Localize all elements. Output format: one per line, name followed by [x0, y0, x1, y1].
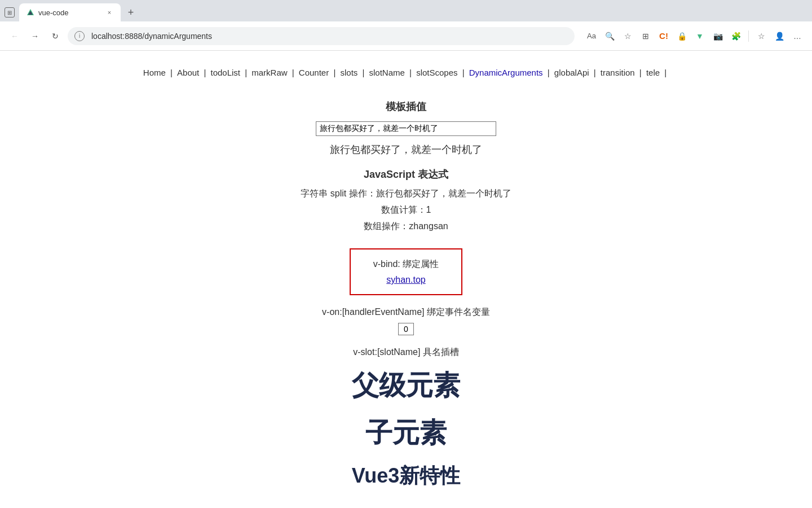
nav-about[interactable]: About [177, 68, 199, 77]
vslot-section: v-slot:[slotName] 具名插槽 [11, 347, 801, 358]
toolbar-divider [748, 30, 749, 42]
toolbar-icons: Aa 🔍 ☆ ⊞ C! 🔒 ▼ 📷 🧩 ☆ 👤 … [584, 28, 805, 44]
nav-dynamicarguments[interactable]: DynamicArguments [469, 68, 543, 77]
page-content: Home | About | todoList | markRaw | Coun… [0, 51, 812, 508]
nav-links: Home | About | todoList | markRaw | Coun… [11, 62, 801, 83]
nav-tele[interactable]: tele [646, 68, 660, 77]
tab-title: vue-code [38, 8, 102, 17]
window-control-icon: ⊞ [5, 7, 15, 17]
tab-close-button[interactable]: × [105, 8, 114, 17]
nav-counter[interactable]: Counter [299, 68, 329, 77]
template-section: 模板插值 旅行包都买好了，就差一个时机了 [11, 100, 801, 156]
browser-tab[interactable]: vue-code × [19, 3, 121, 21]
template-display-text: 旅行包都买好了，就差一个时机了 [11, 143, 801, 156]
ext-orange-icon[interactable]: C! [656, 28, 672, 44]
nav-home[interactable]: Home [143, 68, 166, 77]
nav-todolist[interactable]: todoList [210, 68, 240, 77]
back-button[interactable]: ← [7, 28, 23, 44]
address-url: localhost:8888/dynamicArguments [91, 32, 212, 41]
nav-globalapi[interactable]: globalApi [554, 68, 589, 77]
bookmark-icon[interactable]: ☆ [620, 28, 636, 44]
counter-button[interactable]: 0 [398, 323, 414, 335]
ext-lock-icon[interactable]: 🔒 [674, 28, 690, 44]
vslot-title: v-slot:[slotName] 具名插槽 [11, 347, 801, 358]
nav-slots[interactable]: slots [340, 68, 358, 77]
vbind-section: v-bind: 绑定属性 syhan.top [11, 237, 801, 306]
nav-transition[interactable]: transition [601, 68, 635, 77]
js-line-2: 数值计算：1 [11, 204, 801, 216]
profile-icon[interactable]: 👤 [771, 28, 787, 44]
collections-icon[interactable]: ⊞ [638, 28, 654, 44]
favorites-icon[interactable]: ☆ [753, 28, 769, 44]
vbind-link[interactable]: syhan.top [386, 275, 425, 284]
tab-favicon [26, 8, 35, 17]
js-section: JavaScript 表达式 字符串 split 操作：旅行包都买好了，就差一个… [11, 168, 801, 233]
vbind-title: v-bind: 绑定属性 [373, 259, 439, 270]
security-icon: i [74, 31, 85, 41]
main-content: 模板插值 旅行包都买好了，就差一个时机了 JavaScript 表达式 字符串 … [11, 100, 801, 490]
nav-slotname[interactable]: slotName [369, 68, 405, 77]
new-tab-button[interactable]: + [123, 5, 139, 20]
js-line-3: 数组操作：zhangsan [11, 221, 801, 233]
ext-vue-icon[interactable]: ▼ [692, 28, 708, 44]
address-bar-input[interactable]: i localhost:8888/dynamicArguments [68, 27, 575, 45]
ext-puzzle-icon[interactable]: 🧩 [728, 28, 744, 44]
template-input[interactable] [316, 121, 496, 136]
forward-button[interactable]: → [27, 28, 43, 44]
von-title: v-on:[handlerEventName] 绑定事件名变量 [11, 306, 801, 318]
reload-button[interactable]: ↻ [47, 28, 63, 44]
template-section-title: 模板插值 [11, 100, 801, 113]
vbind-box: v-bind: 绑定属性 syhan.top [350, 248, 462, 295]
ext-camera-icon[interactable]: 📷 [710, 28, 726, 44]
js-line-1: 字符串 split 操作：旅行包都买好了，就差一个时机了 [11, 188, 801, 200]
child-element-label: 子元素 [11, 415, 801, 451]
vue3-features-label: Vue3新特性 [11, 462, 801, 490]
nav-slotscopes[interactable]: slotScopes [416, 68, 457, 77]
menu-icon[interactable]: … [789, 28, 805, 44]
zoom-icon[interactable]: 🔍 [602, 28, 617, 44]
js-section-title: JavaScript 表达式 [11, 168, 801, 181]
reader-mode-icon[interactable]: Aa [584, 28, 599, 44]
nav-markraw[interactable]: markRaw [251, 68, 287, 77]
parent-element-label: 父级元素 [11, 367, 801, 404]
von-section: v-on:[handlerEventName] 绑定事件名变量 0 [11, 306, 801, 335]
